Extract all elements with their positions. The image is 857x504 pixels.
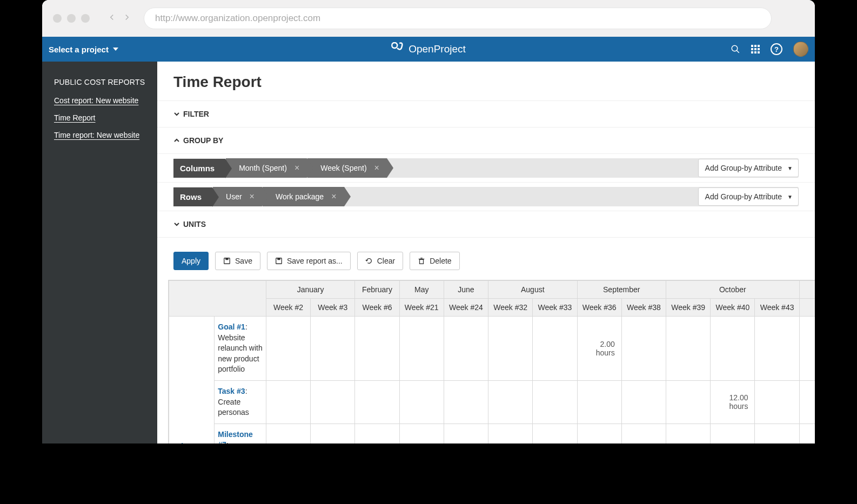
rows-label: Rows <box>173 187 212 206</box>
columns-chip-row: Columns Month (Spent) × Week (Spent) × A… <box>173 158 799 178</box>
window-titlebar: http://www.organization.openproject.com <box>42 0 815 37</box>
work-package-cell[interactable]: Goal #1: Website relaunch with new produ… <box>215 317 266 381</box>
close-window[interactable] <box>53 14 62 23</box>
value-cell <box>266 424 310 443</box>
svg-rect-7 <box>277 258 280 260</box>
value-cell <box>399 317 444 381</box>
columns-label: Columns <box>173 159 225 178</box>
chevron-down-icon <box>173 221 180 227</box>
group-by-section-toggle[interactable]: GROUP BY <box>173 133 799 148</box>
apps-menu-button[interactable] <box>751 45 760 53</box>
value-cell <box>577 424 621 443</box>
value-cell <box>488 424 533 443</box>
remove-chip-icon[interactable]: × <box>374 163 379 173</box>
work-package-cell[interactable]: Task #3: Create personas <box>215 380 266 424</box>
save-as-button[interactable]: Save report as... <box>267 252 351 270</box>
delete-button[interactable]: Delete <box>410 252 459 270</box>
search-icon <box>731 44 740 54</box>
row-chip-user[interactable]: User × <box>213 187 262 206</box>
value-cell: 2.00 hours <box>577 317 621 381</box>
sidebar-link-time-report[interactable]: Time Report <box>54 113 145 122</box>
week-header: Week #38 <box>621 299 666 317</box>
url-bar[interactable]: http://www.organization.openproject.com <box>144 8 772 29</box>
add-row-attribute-dropdown[interactable]: Add Group-by Attribute <box>698 187 799 206</box>
app-topbar: Select a project OpenProject ? <box>42 37 815 62</box>
month-header: June <box>444 281 488 299</box>
remove-chip-icon[interactable]: × <box>250 192 255 201</box>
maximize-window[interactable] <box>81 14 90 23</box>
units-section-toggle[interactable]: UNITS <box>173 217 799 232</box>
value-cell <box>488 380 533 424</box>
minimize-window[interactable] <box>67 14 76 23</box>
value-cell <box>666 424 711 443</box>
remove-chip-icon[interactable]: × <box>331 192 336 201</box>
grid-icon <box>751 45 760 53</box>
chip-text: Week (Spent) <box>320 164 366 172</box>
delete-label: Delete <box>430 257 451 265</box>
sidebar-heading: PUBLIC COST REPORTS <box>54 78 145 86</box>
week-header: W <box>799 299 815 317</box>
week-header: Week #36 <box>577 299 621 317</box>
units-section-label: UNITS <box>183 220 206 229</box>
help-button[interactable]: ? <box>771 43 782 55</box>
value-cell <box>311 317 355 381</box>
week-header: Week #3 <box>311 299 355 317</box>
week-header: Week #39 <box>666 299 711 317</box>
column-chip-week-spent[interactable]: Week (Spent) × <box>307 158 387 178</box>
page-title: Time Report <box>157 73 815 100</box>
help-icon: ? <box>771 43 782 55</box>
add-column-attribute-dropdown[interactable]: Add Group-by Attribute <box>698 159 799 177</box>
user-cell[interactable]: John Doe <box>169 317 215 444</box>
rows-chip-row: Rows User × Work package × Add Group-by … <box>173 187 799 206</box>
filter-section-toggle[interactable]: FILTER <box>173 106 799 122</box>
value-cell <box>399 380 444 424</box>
main-content: Time Report FILTER GROUP BY Columns Mont… <box>157 62 815 443</box>
month-header: October <box>666 281 800 299</box>
nav-back-button[interactable] <box>107 12 117 24</box>
value-cell <box>711 424 755 443</box>
week-header: Week #21 <box>399 299 444 317</box>
value-cell <box>355 317 399 381</box>
week-header: Week #40 <box>711 299 755 317</box>
value-cell <box>711 317 755 381</box>
remove-chip-icon[interactable]: × <box>294 163 299 173</box>
clear-button[interactable]: Clear <box>357 252 403 270</box>
undo-icon <box>365 257 373 265</box>
svg-point-1 <box>392 43 397 48</box>
filter-section-label: FILTER <box>183 110 209 118</box>
report-table: JanuaryFebruaryMayJuneAugustSeptemberOct… <box>168 280 815 443</box>
value-cell <box>799 317 815 381</box>
nav-forward-button[interactable] <box>122 12 132 24</box>
save-label: Save <box>235 257 252 265</box>
sidebar-link-cost-report-new-website[interactable]: Cost report: New website <box>54 96 145 105</box>
chevron-down-icon <box>113 46 118 52</box>
save-button[interactable]: Save <box>215 252 260 270</box>
month-header: May <box>399 281 444 299</box>
week-header: Week #6 <box>355 299 399 317</box>
project-selector[interactable]: Select a project <box>49 45 118 54</box>
brand-logo[interactable]: OpenProject <box>391 42 466 56</box>
apply-button[interactable]: Apply <box>173 252 209 270</box>
row-chip-work-package[interactable]: Work package × <box>263 187 344 206</box>
svg-line-3 <box>737 50 739 53</box>
value-cell <box>355 380 399 424</box>
value-cell <box>444 380 488 424</box>
month-header: February <box>355 281 399 299</box>
value-cell <box>488 317 533 381</box>
chevron-up-icon <box>173 137 180 144</box>
sidebar-link-time-report-new-website[interactable]: Time report: New website <box>54 131 145 139</box>
svg-rect-5 <box>225 258 228 260</box>
week-header: Week #43 <box>755 299 799 317</box>
table-row: Task #3: Create personas12.00 hours <box>169 380 815 424</box>
save-icon <box>223 257 231 265</box>
user-avatar[interactable] <box>793 42 808 57</box>
column-chip-month-spent[interactable]: Month (Spent) × <box>226 158 307 178</box>
search-button[interactable] <box>731 44 740 54</box>
week-header: Week #32 <box>488 299 533 317</box>
work-package-cell[interactable]: Milestone #7: <box>215 424 266 443</box>
value-cell <box>533 380 577 424</box>
value-cell <box>355 424 399 443</box>
value-cell <box>755 380 799 424</box>
report-toolbar: Apply Save Save report as... Clear Delet… <box>157 238 815 280</box>
project-selector-label: Select a project <box>49 45 109 54</box>
